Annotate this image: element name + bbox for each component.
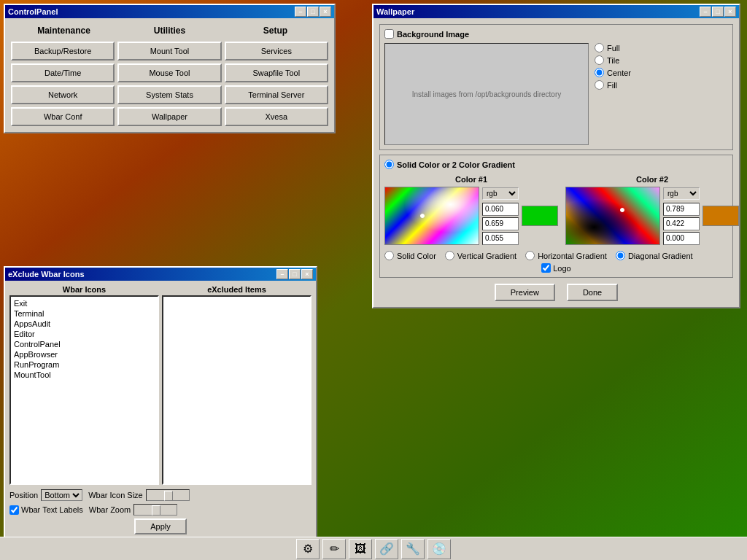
- swapfile-tool-button[interactable]: Swapfile Tool: [225, 63, 328, 82]
- solid-color-label: Solid Color or 2 Color Gradient: [397, 160, 515, 169]
- color1-b-input[interactable]: [482, 232, 519, 245]
- list-item[interactable]: AppBrowser: [12, 349, 156, 359]
- wallpaper-titlebar: Wallpaper – □ ×: [374, 5, 739, 18]
- color2-rgb-select[interactable]: rgb: [663, 187, 700, 200]
- solid-color-section: Solid Color or 2 Color Gradient Color #1…: [379, 155, 733, 278]
- position-label: Position: [9, 491, 38, 499]
- color2-canvas[interactable]: [565, 187, 660, 245]
- excluded-items-section: eXcluded Items: [162, 285, 311, 485]
- diagonal-gradient-opt[interactable]: Diagonal Gradient: [616, 251, 693, 260]
- color1-g-input[interactable]: [482, 217, 519, 230]
- controlpanel-titlebar: ControlPanel – □ ×: [5, 5, 334, 18]
- list-item[interactable]: AppsAudit: [12, 319, 156, 329]
- controlpanel-body: Maintenance Utilities Setup Backup/Resto…: [5, 18, 334, 132]
- list-item[interactable]: RunProgram: [12, 359, 156, 370]
- full-option[interactable]: Full: [595, 43, 631, 52]
- taskbar-icon-1[interactable]: ⚙: [296, 539, 320, 559]
- color2-picker-row: rgb: [565, 187, 739, 245]
- solid-color-opt[interactable]: Solid Color: [384, 251, 436, 260]
- color1-rgb-select[interactable]: rgb: [482, 187, 519, 200]
- zoom-slider-thumb[interactable]: [152, 505, 160, 516]
- controlpanel-minimize[interactable]: –: [295, 7, 306, 17]
- wbar-conf-button[interactable]: Wbar Conf: [11, 107, 115, 126]
- apply-button[interactable]: Apply: [134, 518, 187, 534]
- zoom-slider-track[interactable]: [133, 504, 177, 516]
- full-radio[interactable]: [595, 43, 604, 52]
- position-select[interactable]: Bottom Top Left Right: [41, 489, 82, 501]
- wallpaper-window: Wallpaper – □ × Background Image Install…: [372, 4, 740, 308]
- text-labels-checkbox[interactable]: [9, 505, 19, 515]
- terminal-server-button[interactable]: Terminal Server: [225, 85, 328, 104]
- horizontal-radio[interactable]: [525, 251, 535, 260]
- list-item[interactable]: ControlPanel: [12, 339, 156, 349]
- excluded-items-list[interactable]: [162, 295, 311, 485]
- exclude-minimize[interactable]: –: [276, 269, 288, 279]
- wallpaper-minimize[interactable]: –: [700, 7, 711, 17]
- list-item[interactable]: Exit: [12, 298, 156, 308]
- bg-image-content: Install images from /opt/backgrounds dir…: [384, 43, 728, 145]
- bg-install-hint: Install images from /opt/backgrounds dir…: [412, 90, 562, 98]
- exclude-close[interactable]: ×: [301, 269, 313, 279]
- icon-size-slider-thumb[interactable]: [164, 491, 173, 501]
- tile-radio[interactable]: [595, 55, 604, 65]
- xvesa-button[interactable]: Xvesa: [225, 107, 328, 126]
- color1-r-input[interactable]: [482, 203, 519, 216]
- backup-restore-button[interactable]: Backup/Restore: [11, 42, 115, 61]
- date-time-button[interactable]: Date/Time: [11, 63, 115, 82]
- list-item[interactable]: MountTool: [12, 370, 156, 380]
- text-labels-label[interactable]: Wbar Text Labels: [9, 505, 83, 515]
- list-item[interactable]: Terminal: [12, 308, 156, 319]
- vertical-radio[interactable]: [445, 251, 454, 260]
- done-button[interactable]: Done: [567, 284, 618, 301]
- color2-swatch[interactable]: [703, 206, 739, 226]
- controlpanel-window: ControlPanel – □ × Maintenance Utilities…: [4, 4, 336, 133]
- controlpanel-maximize[interactable]: □: [307, 7, 319, 17]
- wbar-icons-list[interactable]: ExitTerminalAppsAuditEditorControlPanelA…: [9, 295, 159, 485]
- color1-swatch[interactable]: [522, 206, 558, 226]
- controlpanel-controls: – □ ×: [295, 7, 331, 17]
- taskbar-icon-6[interactable]: 💿: [427, 539, 451, 559]
- wallpaper-bottom-buttons: Preview Done: [379, 284, 733, 301]
- fill-radio[interactable]: [595, 80, 604, 90]
- preview-button[interactable]: Preview: [495, 284, 555, 301]
- color2-g-input[interactable]: [663, 217, 700, 230]
- zoom-label: Wbar Zoom: [89, 505, 131, 514]
- wbar-icons-section: Wbar Icons ExitTerminalAppsAuditEditorCo…: [9, 285, 159, 485]
- wallpaper-close[interactable]: ×: [724, 7, 736, 17]
- solid-color-header: Solid Color or 2 Color Gradient: [384, 160, 728, 169]
- system-stats-button[interactable]: System Stats: [117, 85, 221, 104]
- horizontal-gradient-opt[interactable]: Horizontal Gradient: [525, 251, 607, 260]
- logo-checkbox[interactable]: [541, 263, 551, 273]
- exclude-maximize[interactable]: □: [289, 269, 301, 279]
- mount-tool-button[interactable]: Mount Tool: [117, 42, 221, 61]
- controlpanel-close[interactable]: ×: [320, 7, 331, 17]
- color2-r-input[interactable]: [663, 203, 700, 216]
- excluded-items-header: eXcluded Items: [162, 285, 311, 294]
- solid-radio[interactable]: [384, 251, 394, 260]
- mouse-tool-button[interactable]: Mouse Tool: [117, 63, 221, 82]
- wbar-icons-header: Wbar Icons: [9, 285, 159, 294]
- logo-label[interactable]: Logo: [541, 263, 570, 273]
- wallpaper-button[interactable]: Wallpaper: [117, 107, 221, 126]
- icon-size-slider-track[interactable]: [146, 489, 190, 501]
- taskbar-icon-4[interactable]: 🔗: [375, 539, 398, 559]
- diagonal-radio[interactable]: [616, 251, 625, 260]
- services-button[interactable]: Services: [225, 42, 328, 61]
- exclude-second-row: Wbar Text Labels Wbar Zoom: [9, 504, 311, 516]
- taskbar-icon-5[interactable]: 🔧: [401, 539, 425, 559]
- network-button[interactable]: Network: [11, 85, 115, 104]
- color2-b-input[interactable]: [663, 232, 700, 245]
- color1-canvas[interactable]: [384, 187, 479, 245]
- tile-option[interactable]: Tile: [595, 55, 631, 65]
- bg-preview-area: Install images from /opt/backgrounds dir…: [384, 43, 589, 145]
- bg-image-checkbox[interactable]: [384, 29, 394, 39]
- center-radio[interactable]: [595, 68, 604, 77]
- taskbar-icon-3[interactable]: 🖼: [349, 539, 372, 559]
- taskbar-icon-2[interactable]: ✏: [322, 539, 346, 559]
- wallpaper-maximize[interactable]: □: [712, 7, 724, 17]
- solid-color-radio[interactable]: [384, 160, 394, 169]
- center-option[interactable]: Center: [595, 68, 631, 77]
- vertical-gradient-opt[interactable]: Vertical Gradient: [445, 251, 516, 260]
- list-item[interactable]: Editor: [12, 329, 156, 339]
- fill-option[interactable]: Fill: [595, 80, 631, 90]
